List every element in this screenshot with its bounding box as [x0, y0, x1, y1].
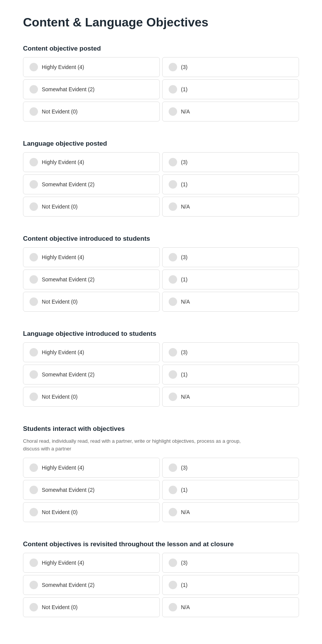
option-item-students-interact-with-objectives-2-1[interactable]: N/A: [162, 502, 299, 522]
section-title-language-objective-introduced: Language objective introduced to student…: [23, 330, 299, 338]
option-label-content-objective-introduced-0-0: Highly Evident (4): [42, 254, 84, 260]
section-students-interact-with-objectives: Students interact with objectivesChoral …: [23, 425, 299, 522]
option-label-content-objective-posted-0-1: (3): [181, 64, 187, 70]
radio-circle-language-objective-posted-0-1: [169, 158, 177, 166]
radio-circle-students-interact-with-objectives-2-1: [169, 508, 177, 516]
option-item-content-objectives-revisited-1-0[interactable]: Somewhat Evident (2): [23, 575, 160, 595]
option-label-content-objective-introduced-0-1: (3): [181, 254, 187, 260]
option-label-content-objectives-revisited-1-0: Somewhat Evident (2): [42, 582, 95, 588]
radio-circle-language-objective-posted-2-0: [30, 202, 38, 211]
option-item-language-objective-introduced-2-1[interactable]: N/A: [162, 387, 299, 407]
option-label-language-objective-posted-0-1: (3): [181, 159, 187, 165]
radio-circle-students-interact-with-objectives-0-1: [169, 463, 177, 472]
section-title-content-objectives-revisited: Content objectives is revisited througho…: [23, 540, 299, 548]
radio-circle-students-interact-with-objectives-1-1: [169, 486, 177, 494]
option-label-content-objective-posted-2-0: Not Evident (0): [42, 108, 77, 115]
option-label-content-objectives-revisited-0-1: (3): [181, 560, 187, 566]
option-label-content-objective-introduced-1-0: Somewhat Evident (2): [42, 276, 95, 283]
radio-circle-content-objective-posted-2-1: [169, 107, 177, 116]
option-label-language-objective-introduced-1-1: (1): [181, 371, 187, 378]
option-item-content-objective-posted-2-0[interactable]: Not Evident (0): [23, 102, 160, 122]
options-grid-content-objective-introduced: Highly Evident (4)(3)Somewhat Evident (2…: [23, 247, 299, 312]
radio-circle-language-objective-posted-1-0: [30, 180, 38, 189]
option-item-content-objective-introduced-1-0[interactable]: Somewhat Evident (2): [23, 269, 160, 289]
option-item-content-objectives-revisited-0-0[interactable]: Highly Evident (4): [23, 553, 160, 573]
option-item-language-objective-introduced-1-1[interactable]: (1): [162, 365, 299, 384]
option-label-content-objectives-revisited-2-1: N/A: [181, 604, 190, 610]
radio-circle-content-objectives-revisited-0-0: [30, 559, 38, 567]
option-item-students-interact-with-objectives-0-0[interactable]: Highly Evident (4): [23, 458, 160, 478]
option-label-language-objective-introduced-0-1: (3): [181, 349, 187, 355]
option-item-language-objective-posted-1-1[interactable]: (1): [162, 174, 299, 194]
radio-circle-content-objective-introduced-0-0: [30, 253, 38, 261]
section-language-objective-introduced: Language objective introduced to student…: [23, 330, 299, 407]
option-label-content-objective-posted-0-0: Highly Evident (4): [42, 64, 84, 70]
option-item-content-objectives-revisited-0-1[interactable]: (3): [162, 553, 299, 573]
option-item-content-objectives-revisited-2-1[interactable]: N/A: [162, 597, 299, 617]
radio-circle-students-interact-with-objectives-2-0: [30, 508, 38, 516]
option-label-students-interact-with-objectives-2-0: Not Evident (0): [42, 509, 77, 515]
option-item-language-objective-posted-1-0[interactable]: Somewhat Evident (2): [23, 174, 160, 194]
option-item-students-interact-with-objectives-2-0[interactable]: Not Evident (0): [23, 502, 160, 522]
option-item-language-objective-introduced-0-0[interactable]: Highly Evident (4): [23, 342, 160, 362]
option-item-language-objective-introduced-0-1[interactable]: (3): [162, 342, 299, 362]
option-item-language-objective-introduced-2-0[interactable]: Not Evident (0): [23, 387, 160, 407]
option-label-language-objective-introduced-1-0: Somewhat Evident (2): [42, 371, 95, 378]
radio-circle-students-interact-with-objectives-1-0: [30, 486, 38, 494]
option-label-language-objective-introduced-2-0: Not Evident (0): [42, 394, 77, 400]
radio-circle-content-objective-introduced-0-1: [169, 253, 177, 261]
option-label-content-objectives-revisited-2-0: Not Evident (0): [42, 604, 77, 610]
option-label-language-objective-introduced-2-1: N/A: [181, 394, 190, 400]
option-item-content-objective-posted-0-1[interactable]: (3): [162, 57, 299, 77]
option-label-language-objective-posted-1-1: (1): [181, 181, 187, 187]
option-item-students-interact-with-objectives-1-0[interactable]: Somewhat Evident (2): [23, 480, 160, 500]
option-item-students-interact-with-objectives-0-1[interactable]: (3): [162, 458, 299, 478]
section-content-objectives-revisited: Content objectives is revisited througho…: [23, 540, 299, 617]
radio-circle-content-objectives-revisited-0-1: [169, 559, 177, 567]
option-item-students-interact-with-objectives-1-1[interactable]: (1): [162, 480, 299, 500]
option-item-language-objective-posted-2-0[interactable]: Not Evident (0): [23, 197, 160, 217]
option-item-content-objective-posted-2-1[interactable]: N/A: [162, 102, 299, 122]
option-label-language-objective-posted-2-0: Not Evident (0): [42, 204, 77, 210]
option-label-students-interact-with-objectives-0-1: (3): [181, 465, 187, 471]
page-title: Content & Language Objectives: [23, 15, 299, 30]
radio-circle-content-objectives-revisited-1-0: [30, 581, 38, 589]
option-item-content-objective-introduced-0-1[interactable]: (3): [162, 247, 299, 267]
radio-circle-content-objective-posted-0-1: [169, 63, 177, 71]
radio-circle-content-objective-posted-1-0: [30, 85, 38, 94]
option-item-content-objective-posted-1-1[interactable]: (1): [162, 79, 299, 99]
option-item-content-objective-introduced-2-1[interactable]: N/A: [162, 292, 299, 312]
option-label-students-interact-with-objectives-2-1: N/A: [181, 509, 190, 515]
option-label-language-objective-posted-0-0: Highly Evident (4): [42, 159, 84, 165]
option-label-content-objective-introduced-1-1: (1): [181, 276, 187, 283]
option-item-content-objectives-revisited-2-0[interactable]: Not Evident (0): [23, 597, 160, 617]
section-title-students-interact-with-objectives: Students interact with objectives: [23, 425, 299, 433]
option-item-content-objectives-revisited-1-1[interactable]: (1): [162, 575, 299, 595]
option-label-students-interact-with-objectives-1-1: (1): [181, 487, 187, 493]
option-label-content-objective-introduced-2-0: Not Evident (0): [42, 299, 77, 305]
option-item-language-objective-posted-2-1[interactable]: N/A: [162, 197, 299, 217]
option-label-content-objectives-revisited-0-0: Highly Evident (4): [42, 560, 84, 566]
option-label-content-objectives-revisited-1-1: (1): [181, 582, 187, 588]
options-grid-content-objective-posted: Highly Evident (4)(3)Somewhat Evident (2…: [23, 57, 299, 122]
radio-circle-language-objective-posted-1-1: [169, 180, 177, 189]
option-item-content-objective-posted-0-0[interactable]: Highly Evident (4): [23, 57, 160, 77]
option-item-language-objective-posted-0-1[interactable]: (3): [162, 152, 299, 172]
options-grid-language-objective-introduced: Highly Evident (4)(3)Somewhat Evident (2…: [23, 342, 299, 407]
option-item-content-objective-introduced-0-0[interactable]: Highly Evident (4): [23, 247, 160, 267]
radio-circle-content-objective-posted-1-1: [169, 85, 177, 94]
options-grid-content-objectives-revisited: Highly Evident (4)(3)Somewhat Evident (2…: [23, 553, 299, 617]
section-title-language-objective-posted: Language objective posted: [23, 140, 299, 148]
radio-circle-content-objectives-revisited-1-1: [169, 581, 177, 589]
option-item-language-objective-introduced-1-0[interactable]: Somewhat Evident (2): [23, 365, 160, 384]
option-item-content-objective-introduced-2-0[interactable]: Not Evident (0): [23, 292, 160, 312]
option-item-content-objective-posted-1-0[interactable]: Somewhat Evident (2): [23, 79, 160, 99]
option-item-language-objective-posted-0-0[interactable]: Highly Evident (4): [23, 152, 160, 172]
option-item-content-objective-introduced-1-1[interactable]: (1): [162, 269, 299, 289]
radio-circle-content-objectives-revisited-2-1: [169, 603, 177, 611]
radio-circle-content-objective-introduced-1-1: [169, 275, 177, 284]
option-label-content-objective-introduced-2-1: N/A: [181, 299, 190, 305]
option-label-language-objective-introduced-0-0: Highly Evident (4): [42, 349, 84, 355]
section-title-content-objective-introduced: Content objective introduced to students: [23, 235, 299, 243]
radio-circle-language-objective-introduced-1-0: [30, 370, 38, 379]
